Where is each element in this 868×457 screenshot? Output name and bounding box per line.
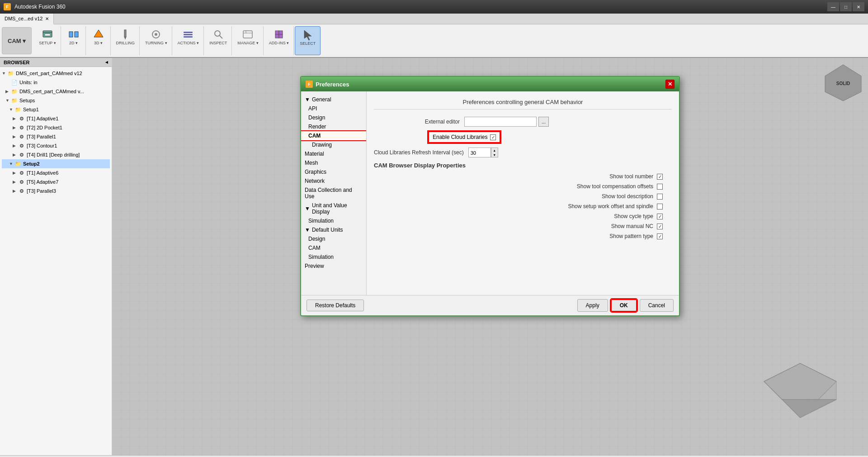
- check-4[interactable]: [657, 214, 663, 219]
- comments-bar: COMMENTS ▾: [0, 455, 868, 457]
- select-label: SELECT: [300, 41, 316, 46]
- pref-label-simulation: Simulation: [308, 218, 334, 224]
- active-tab[interactable]: DMS_ce...ed v12 ✕: [0, 14, 54, 24]
- pref-item-graphics[interactable]: Graphics: [301, 167, 366, 176]
- check-2[interactable]: [657, 194, 663, 200]
- viewport[interactable]: SOLID F Preferences ✕: [112, 58, 868, 455]
- external-editor-row: External editor ...: [374, 117, 672, 127]
- tree-item-parallel3[interactable]: ▶ ⚙ [T3] Parallel3: [2, 186, 110, 195]
- maximize-button[interactable]: □: [840, 2, 852, 11]
- cam-dropdown-button[interactable]: CAM ▾: [2, 27, 32, 54]
- spinbox-up[interactable]: ▲: [491, 148, 498, 152]
- minimize-button[interactable]: —: [827, 2, 839, 11]
- check-label-2: Show tool description: [602, 193, 653, 200]
- 2d-btn[interactable]: 2D: [65, 27, 83, 46]
- tree-item-setup1[interactable]: ▼ 📁 Setup1: [2, 105, 110, 114]
- manage-btn[interactable]: MANAGE: [236, 27, 260, 46]
- tree-label-contour1: [T3] Contour1: [27, 143, 57, 148]
- select-btn[interactable]: SELECT: [298, 28, 317, 47]
- pref-label-cam: CAM: [308, 133, 321, 139]
- tree-item-contour1[interactable]: ▶ ⚙ [T3] Contour1: [2, 141, 110, 150]
- pref-label-material: Material: [305, 151, 324, 157]
- actions-label: ACTIONS: [178, 41, 199, 45]
- pref-item-network[interactable]: Network: [301, 176, 366, 186]
- check-row-2: Show tool description: [374, 193, 672, 200]
- svg-marker-22: [304, 30, 311, 40]
- spinbox-down[interactable]: ▼: [491, 152, 498, 157]
- pref-item-default-cam[interactable]: CAM: [301, 243, 366, 252]
- browser-content: ▼ 📁 DMS_cert_part_CAMmed v12 📄 Units: in…: [0, 67, 112, 455]
- tree-item-setups[interactable]: ▼ 📁 Setups: [2, 96, 110, 105]
- browser-collapse-icon[interactable]: ◂: [105, 59, 108, 65]
- check-label-0: Show tool number: [609, 173, 653, 180]
- pref-item-default-simulation[interactable]: Simulation: [301, 252, 366, 262]
- cloud-checkbox[interactable]: [490, 134, 496, 140]
- pref-label-default-units: Default Units: [312, 227, 343, 233]
- check-3[interactable]: [657, 204, 663, 209]
- check-row-4: Show cycle type: [374, 213, 672, 219]
- modal-overlay: F Preferences ✕ ▼ General: [112, 58, 868, 455]
- ok-button[interactable]: OK: [611, 299, 637, 312]
- tree-label-parallel3: [T3] Parallel3: [27, 188, 56, 194]
- pref-label-default-cam: CAM: [308, 245, 321, 251]
- modal-close-button[interactable]: ✕: [665, 80, 675, 89]
- pref-item-render[interactable]: Render: [301, 122, 366, 131]
- pref-label-network: Network: [305, 178, 325, 184]
- tree-item-root[interactable]: ▼ 📁 DMS_cert_part_CAMmed v12: [2, 69, 110, 78]
- 3d-btn[interactable]: 3D: [90, 27, 108, 46]
- turning-btn[interactable]: TURNING: [143, 27, 169, 46]
- svg-rect-20: [275, 34, 279, 38]
- 3d-label: 3D: [94, 41, 103, 45]
- tree-item-part[interactable]: ▶ 📁 DMS_cert_part_CAMmed v...: [2, 87, 110, 96]
- pref-item-design[interactable]: Design: [301, 113, 366, 122]
- pref-item-cam[interactable]: CAM: [301, 131, 366, 140]
- pref-label-render: Render: [308, 124, 326, 130]
- tree-item-adaptive1[interactable]: ▶ ⚙ [T1] Adaptive1: [2, 114, 110, 123]
- apply-button[interactable]: Apply: [577, 299, 608, 312]
- tree-item-adaptive6[interactable]: ▶ ⚙ [T1] Adaptive6: [2, 168, 110, 177]
- pref-item-simulation[interactable]: Simulation: [301, 216, 366, 225]
- external-editor-input[interactable]: [464, 117, 537, 127]
- pref-label-drawing: Drawing: [312, 142, 332, 148]
- close-button[interactable]: ✕: [853, 2, 864, 11]
- check-1[interactable]: [657, 184, 663, 190]
- pref-item-mesh[interactable]: Mesh: [301, 158, 366, 167]
- tree-item-parallel1[interactable]: ▶ ⚙ [T3] Parallel1: [2, 132, 110, 141]
- pref-item-data-collection[interactable]: Data Collection and Use: [301, 186, 366, 201]
- external-editor-label: External editor: [374, 119, 464, 125]
- check-6[interactable]: [657, 233, 663, 239]
- pref-item-preview[interactable]: Preview: [301, 262, 366, 271]
- addins-btn[interactable]: ADD-INS: [267, 27, 291, 46]
- drilling-btn[interactable]: DRILLING: [114, 27, 137, 46]
- pref-item-material[interactable]: Material: [301, 149, 366, 158]
- tab-close-icon[interactable]: ✕: [45, 16, 49, 21]
- pref-item-unit-value[interactable]: ▼ Unit and Value Display: [301, 201, 366, 216]
- browser-header: BROWSER ◂: [0, 58, 112, 67]
- pref-item-default-units[interactable]: ▼ Default Units: [301, 225, 366, 234]
- tree-item-drill1[interactable]: ▶ ⚙ [T4] Drill1 [Deep drilling]: [2, 150, 110, 159]
- check-5[interactable]: [657, 224, 663, 229]
- actions-btn[interactable]: ACTIONS: [176, 27, 201, 46]
- pref-item-general[interactable]: ▼ General: [301, 95, 366, 104]
- tree-item-pocket1[interactable]: ▶ ⚙ [T2] 2D Pocket1: [2, 123, 110, 132]
- inspect-btn[interactable]: INSPECT: [208, 27, 229, 46]
- svg-rect-18: [275, 31, 279, 34]
- setup-label: SETUP: [39, 41, 56, 45]
- tree-item-adaptive7[interactable]: ▶ ⚙ [T5] Adaptive7: [2, 177, 110, 186]
- refresh-interval-input[interactable]: 30: [468, 148, 491, 157]
- pref-item-default-design[interactable]: Design: [301, 234, 366, 243]
- browse-button[interactable]: ...: [538, 117, 549, 127]
- content-header: Preferences controlling general CAM beha…: [374, 99, 672, 109]
- app-title: Autodesk Fusion 360: [14, 4, 66, 10]
- pref-item-api[interactable]: API: [301, 104, 366, 113]
- pref-label-mesh: Mesh: [305, 160, 318, 166]
- tree-item-units[interactable]: 📄 Units: in: [2, 78, 110, 87]
- setup-btn[interactable]: SETUP: [37, 27, 57, 46]
- pref-item-drawing[interactable]: Drawing: [301, 140, 366, 149]
- restore-defaults-button[interactable]: Restore Defaults: [307, 300, 364, 311]
- pref-label-graphics: Graphics: [305, 169, 326, 175]
- check-0[interactable]: [657, 174, 663, 180]
- pref-label-default-design: Design: [308, 236, 325, 242]
- tree-item-setup2[interactable]: ▼ 📁 Setup2: [2, 159, 110, 168]
- cancel-button[interactable]: Cancel: [640, 299, 674, 312]
